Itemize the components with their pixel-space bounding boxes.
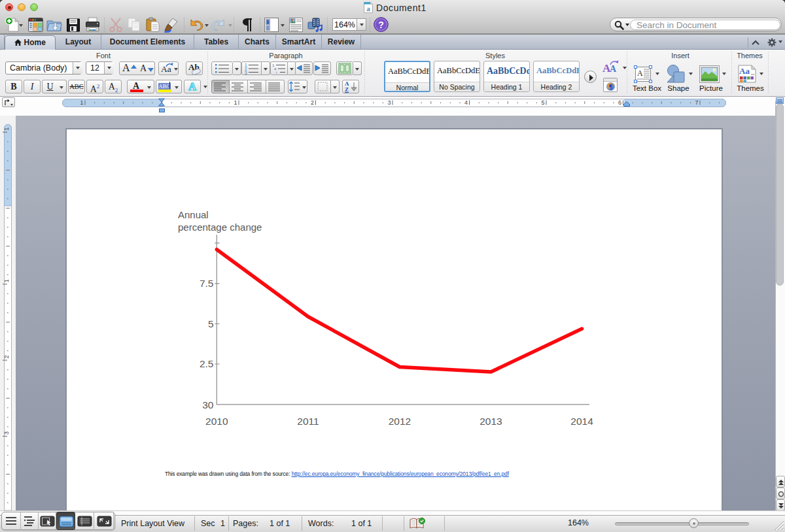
svg-text:2: 2 [311,99,314,106]
svg-text:7: 7 [695,99,698,106]
svg-text:Aa: Aa [739,66,750,76]
svg-text:4: 4 [464,99,468,106]
svg-text:5: 5 [541,99,544,106]
svg-text:3: 3 [387,99,391,106]
svg-text:A: A [637,69,643,78]
svg-text:1: 1 [234,99,237,106]
svg-text:1: 1 [3,279,10,282]
svg-text:?: ? [378,20,384,30]
svg-text:i: i [276,71,277,75]
svg-text:a: a [366,5,370,12]
svg-text:1: 1 [3,127,10,131]
svg-text:3: 3 [245,71,247,75]
svg-text:1: 1 [80,99,83,106]
svg-text:6: 6 [618,99,621,106]
svg-text:2: 2 [3,356,10,359]
svg-text:3: 3 [3,431,10,435]
